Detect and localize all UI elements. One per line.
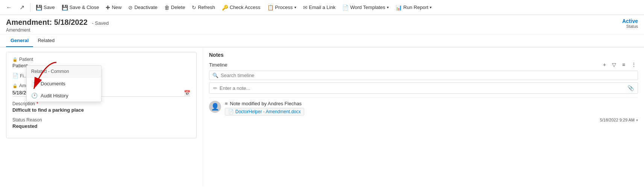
notes-title: Notes <box>209 52 638 58</box>
process-chevron-icon: ▾ <box>294 5 296 9</box>
deactivate-button[interactable]: ⊘ Deactivate <box>125 3 160 12</box>
word-templates-chevron-icon: ▾ <box>387 5 389 9</box>
note-input[interactable] <box>220 85 625 91</box>
documents-icon: 📄 <box>31 80 38 86</box>
note-input-row[interactable]: ✏ 📎 <box>209 82 638 94</box>
search-icon: 🔍 <box>212 73 218 78</box>
note-footer: 5/18/2022 9:29 AM ▾ <box>225 118 638 122</box>
note-author: Note modified by Andres Flechas <box>230 101 302 106</box>
note-item: 👤 ≡ Note modified by Andres Flechas 📄 Do… <box>209 97 638 125</box>
dropdown-item-documents[interactable]: 📄 Documents <box>27 77 101 89</box>
timeline-header: Timeline + ▽ ≡ ⋮ <box>209 61 638 68</box>
header-left: Amendment: 5/18/2022 - Saved Amendment <box>6 18 109 33</box>
timeline-more-button[interactable]: ⋮ <box>630 61 638 68</box>
status-reason-value: Requested <box>12 123 190 129</box>
status-block: Active Status <box>622 18 638 29</box>
save-icon: 💾 <box>36 5 42 11</box>
delete-icon: 🗑 <box>164 5 170 11</box>
status-reason-field-row: Status Reason Requested <box>12 117 190 129</box>
avatar: 👤 <box>209 101 221 113</box>
email-link-icon: ✉ <box>303 5 308 11</box>
save-close-button[interactable]: 💾 Save & Close <box>59 3 102 12</box>
description-value: Difficult to find a parking place <box>12 107 190 113</box>
amendment-lock-icon: 🔒 <box>12 83 18 88</box>
page-header: Amendment: 5/18/2022 - Saved Amendment A… <box>0 15 644 35</box>
run-report-icon: 📊 <box>395 5 402 11</box>
pencil-icon: ✏ <box>213 85 217 91</box>
forward-button[interactable]: ↗ <box>16 2 28 14</box>
toolbar-separator-1 <box>30 3 30 12</box>
patient-lock-icon: 🔒 <box>12 57 18 62</box>
note-timestamp: 5/18/2022 9:29 AM <box>600 118 635 122</box>
save-close-icon: 💾 <box>62 5 68 11</box>
right-panel: Notes Timeline + ▽ ≡ ⋮ 🔍 ✏ 📎 👤 <box>203 47 644 186</box>
tab-related[interactable]: Related <box>33 35 59 47</box>
check-access-icon: 🔑 <box>222 5 228 11</box>
email-link-button[interactable]: ✉ Email a Link <box>300 3 339 12</box>
refresh-icon: ↻ <box>192 5 196 11</box>
description-field-row: Description * Difficult to find a parkin… <box>12 101 190 113</box>
note-author-row: ≡ Note modified by Andres Flechas <box>225 101 638 106</box>
left-panel: Related - Common 📄 Documents 🕐 Audit His… <box>0 47 203 186</box>
audit-history-icon: 🕐 <box>31 92 38 99</box>
note-chevron-icon[interactable]: ▾ <box>636 118 638 122</box>
run-report-button[interactable]: 📊 Run Report ▾ <box>392 3 435 12</box>
attach-icon[interactable]: 📎 <box>627 85 634 91</box>
timeline-search-box[interactable]: 🔍 <box>209 71 638 80</box>
status-reason-label: Status Reason <box>12 117 190 123</box>
run-report-chevron-icon: ▾ <box>430 5 432 9</box>
note-modified-icon: ≡ <box>225 101 228 106</box>
word-templates-button[interactable]: 📄 Word Templates ▾ <box>339 3 391 12</box>
page-subtitle: Amendment <box>6 27 109 33</box>
process-icon: 📋 <box>267 5 274 11</box>
delete-button[interactable]: 🗑 Delete <box>161 3 188 12</box>
check-access-button[interactable]: 🔑 Check Access <box>219 3 264 12</box>
back-button[interactable]: ← <box>3 2 15 14</box>
timeline-sort-button[interactable]: ≡ <box>621 61 627 68</box>
process-button[interactable]: 📋 Process ▾ <box>264 3 299 12</box>
refresh-button[interactable]: ↻ Refresh <box>189 3 218 12</box>
attachment-file-icon: 📄 <box>228 109 234 114</box>
timeline-add-button[interactable]: + <box>602 61 608 68</box>
timeline-search-input[interactable] <box>221 73 635 78</box>
related-dropdown[interactable]: Related - Common 📄 Documents 🕐 Audit His… <box>26 65 102 102</box>
status-value: Active <box>622 18 638 24</box>
tabs-bar: General Related <box>0 35 644 47</box>
note-attachment-row: 📄 DoctorHelper - Amendment.docx <box>225 108 638 115</box>
status-label: Status <box>622 24 638 29</box>
main-content: Related - Common 📄 Documents 🕐 Audit His… <box>0 47 644 186</box>
page-title: Amendment: 5/18/2022 - Saved <box>6 18 109 27</box>
deactivate-icon: ⊘ <box>128 5 133 11</box>
patient-label: 🔒 Patient <box>12 57 190 62</box>
timeline-label: Timeline <box>209 62 227 68</box>
description-required-star: * <box>36 101 38 106</box>
dropdown-item-audit-history[interactable]: 🕐 Audit History <box>27 89 101 102</box>
new-icon: ✚ <box>106 5 110 11</box>
dropdown-header: Related - Common <box>27 66 101 77</box>
word-templates-icon: 📄 <box>342 5 349 11</box>
toolbar: ← ↗ 💾 Save 💾 Save & Close ✚ New ⊘ Deacti… <box>0 0 644 15</box>
note-attachment[interactable]: 📄 DoctorHelper - Amendment.docx <box>225 108 304 115</box>
new-button[interactable]: ✚ New <box>103 3 124 12</box>
calendar-icon[interactable]: 📅 <box>184 90 190 96</box>
save-button[interactable]: 💾 Save <box>33 3 58 12</box>
tab-general[interactable]: General <box>6 35 33 47</box>
note-content: ≡ Note modified by Andres Flechas 📄 Doct… <box>225 101 638 122</box>
timeline-actions: + ▽ ≡ ⋮ <box>602 61 638 68</box>
description-label: Description * <box>12 101 190 106</box>
timeline-filter-button[interactable]: ▽ <box>611 61 618 68</box>
